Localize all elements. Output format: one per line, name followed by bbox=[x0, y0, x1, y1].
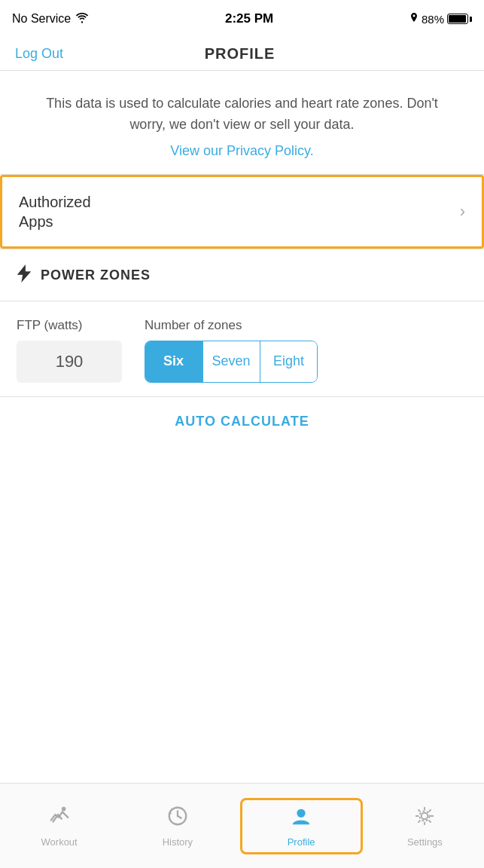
bolt-icon bbox=[17, 264, 32, 287]
tab-workout[interactable]: Workout bbox=[0, 797, 118, 855]
power-zones-title: POWER ZONES bbox=[41, 267, 151, 283]
privacy-text: This data is used to calculate calories … bbox=[30, 93, 454, 136]
ftp-input[interactable]: 190 bbox=[17, 341, 122, 383]
tab-workout-label: Workout bbox=[41, 836, 78, 848]
tab-profile-label: Profile bbox=[288, 836, 315, 848]
svg-point-0 bbox=[61, 806, 65, 811]
zone-eight-button[interactable]: Eight bbox=[260, 341, 317, 382]
auto-calculate-section: AUTO CALCULATE bbox=[0, 397, 484, 446]
tab-bar: Workout History Profile bbox=[0, 783, 484, 868]
authorized-apps-row[interactable]: Authorized Apps › bbox=[2, 177, 482, 246]
tab-settings[interactable]: Settings bbox=[366, 797, 484, 855]
privacy-section: This data is used to calculate calories … bbox=[0, 71, 484, 175]
svg-point-3 bbox=[297, 808, 306, 817]
settings-icon bbox=[413, 805, 436, 833]
ftp-section: FTP (watts) 190 Number of zones Six Seve… bbox=[0, 301, 484, 396]
wifi-icon bbox=[75, 13, 89, 26]
tab-history[interactable]: History bbox=[118, 797, 236, 855]
carrier-info: No Service bbox=[12, 12, 89, 26]
battery-status: 88% bbox=[409, 13, 472, 26]
tab-profile[interactable]: Profile bbox=[240, 798, 363, 854]
auto-calculate-button[interactable]: AUTO CALCULATE bbox=[175, 414, 309, 429]
tab-settings-label: Settings bbox=[407, 836, 443, 848]
status-time: 2:25 PM bbox=[225, 11, 273, 26]
ftp-group: FTP (watts) 190 bbox=[17, 318, 122, 383]
ftp-value: 190 bbox=[56, 352, 84, 371]
power-zones-header: POWER ZONES bbox=[0, 249, 484, 301]
main-content: This data is used to calculate calories … bbox=[0, 71, 484, 783]
zones-selector: Six Seven Eight bbox=[145, 341, 318, 383]
battery-percent: 88% bbox=[422, 13, 444, 26]
carrier-text: No Service bbox=[12, 12, 71, 26]
zone-seven-button[interactable]: Seven bbox=[203, 341, 260, 382]
logout-button[interactable]: Log Out bbox=[15, 46, 63, 62]
zones-label: Number of zones bbox=[145, 318, 318, 333]
tab-history-label: History bbox=[163, 836, 193, 848]
history-icon bbox=[166, 805, 189, 833]
authorized-apps-label: Authorized Apps bbox=[19, 192, 91, 231]
battery-icon bbox=[447, 14, 472, 24]
location-icon bbox=[409, 13, 419, 26]
ftp-label: FTP (watts) bbox=[17, 318, 122, 333]
status-bar: No Service 2:25 PM 88% bbox=[0, 0, 484, 38]
nav-bar: Log Out PROFILE bbox=[0, 38, 484, 71]
chevron-right-icon: › bbox=[460, 202, 465, 222]
privacy-policy-link[interactable]: View our Privacy Policy. bbox=[170, 143, 313, 158]
workout-icon bbox=[48, 805, 71, 833]
zones-group: Number of zones Six Seven Eight bbox=[145, 318, 318, 383]
zone-six-button[interactable]: Six bbox=[145, 341, 202, 382]
svg-point-4 bbox=[422, 812, 428, 818]
authorized-apps-section: Authorized Apps › bbox=[0, 175, 484, 249]
profile-icon bbox=[290, 805, 312, 833]
page-title: PROFILE bbox=[205, 45, 275, 63]
